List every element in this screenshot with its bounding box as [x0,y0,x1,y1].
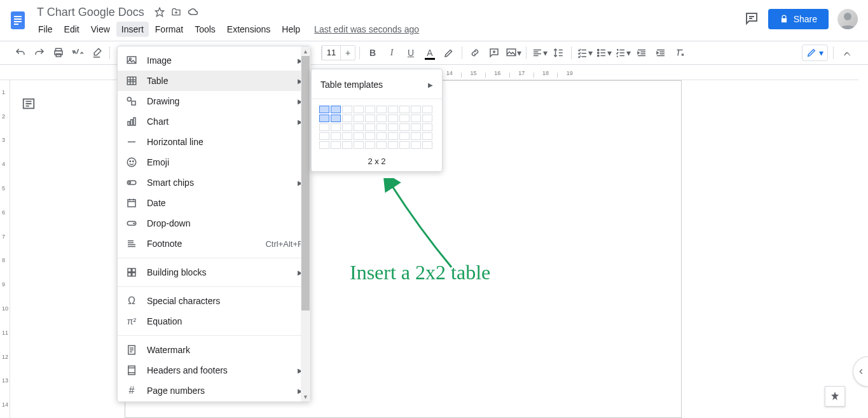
italic-button[interactable]: I [383,44,401,62]
vertical-ruler[interactable]: 1234567891011121314 [0,80,10,418]
grid-cell[interactable] [411,106,421,113]
grid-cell[interactable] [376,106,387,113]
grid-cell[interactable] [411,123,421,131]
dropdown-scrollbar[interactable]: ▲ ▼ [301,46,310,401]
align-button[interactable]: ▾ [530,44,548,62]
insert-item-smart-chips[interactable]: Smart chips▶ [118,172,310,193]
menu-insert[interactable]: Insert [116,22,149,37]
grid-cell[interactable] [342,132,352,140]
insert-item-image[interactable]: Image▶ [118,50,310,71]
grid-cell[interactable] [411,115,421,122]
insert-item-page-numbers[interactable]: #Page numbers▶ [118,380,310,401]
docs-app-icon[interactable] [6,5,29,36]
grid-cell[interactable] [388,115,398,122]
grid-cell[interactable] [342,115,352,122]
grid-cell[interactable] [376,115,387,122]
insert-item-date[interactable]: Date [118,193,310,213]
spellcheck-button[interactable] [69,44,86,62]
insert-image-button[interactable]: ▾ [504,44,522,62]
line-spacing-button[interactable] [549,44,567,62]
move-icon[interactable] [171,6,181,18]
insert-item-horizontal-line[interactable]: Horizontal line [118,132,310,152]
insert-item-headers-and-footers[interactable]: Headers and footers▶ [118,360,310,380]
insert-item-drawing[interactable]: Drawing▶ [118,91,310,111]
paint-format-button[interactable] [88,44,106,62]
grid-cell[interactable] [411,132,421,140]
explore-button[interactable] [825,386,845,407]
undo-button[interactable] [11,44,29,62]
grid-cell[interactable] [365,141,375,149]
grid-cell[interactable] [354,115,364,122]
outline-toggle-button[interactable] [22,97,36,113]
grid-cell[interactable] [319,115,329,122]
numbered-list-button[interactable]: ▾ [614,44,631,62]
grid-cell[interactable] [376,123,387,131]
grid-cell[interactable] [354,123,364,131]
grid-cell[interactable] [331,132,341,140]
editing-mode-button[interactable]: ▾ [802,45,828,61]
document-title[interactable]: T Chart Google Docs [33,4,148,20]
grid-cell[interactable] [365,123,375,131]
checklist-button[interactable]: ▾ [575,44,593,62]
insert-item-footnote[interactable]: FootnoteCtrl+Alt+F [118,233,310,254]
last-edit-link[interactable]: Last edit was seconds ago [314,22,419,37]
insert-item-emoji[interactable]: Emoji [118,152,310,172]
grid-cell[interactable] [422,132,432,140]
grid-cell[interactable] [365,115,375,122]
bulleted-list-button[interactable]: ▾ [595,44,612,62]
insert-item-building-blocks[interactable]: Building blocks▶ [118,262,310,282]
grid-cell[interactable] [342,123,352,131]
grid-cell[interactable] [365,132,375,140]
grid-cell[interactable] [354,132,364,140]
grid-cell[interactable] [388,123,398,131]
grid-cell[interactable] [399,115,410,122]
grid-cell[interactable] [319,106,329,113]
insert-item-chart[interactable]: Chart▶ [118,111,310,132]
grid-cell[interactable] [331,115,341,122]
text-color-button[interactable]: A [421,44,439,62]
grid-cell[interactable] [331,106,341,113]
decrease-indent-button[interactable] [633,44,651,62]
grid-cell[interactable] [376,141,387,149]
font-size-increase[interactable]: + [341,46,355,60]
grid-cell[interactable] [399,106,410,113]
grid-cell[interactable] [411,141,421,149]
cloud-status-icon[interactable] [188,6,199,18]
comment-history-icon[interactable] [744,11,759,28]
font-size-value[interactable]: 11 [322,46,341,60]
insert-item-table[interactable]: Table▶ [118,71,310,91]
grid-cell[interactable] [331,123,341,131]
redo-button[interactable] [31,44,48,62]
underline-button[interactable]: U [402,44,420,62]
grid-cell[interactable] [388,141,398,149]
menu-format[interactable]: Format [150,22,188,37]
grid-cell[interactable] [422,106,432,113]
grid-cell[interactable] [354,106,364,113]
add-comment-button[interactable] [485,44,503,62]
grid-cell[interactable] [388,132,398,140]
insert-item-equation[interactable]: π²Equation [118,311,310,331]
menu-help[interactable]: Help [277,22,305,37]
collapse-toolbar-button[interactable]: ᨈ [839,44,857,62]
increase-indent-button[interactable] [652,44,670,62]
table-grid-picker[interactable] [312,102,442,154]
menu-file[interactable]: File [33,22,58,37]
menu-extensions[interactable]: Extensions [222,22,275,37]
grid-cell[interactable] [319,141,329,149]
clear-formatting-button[interactable] [671,44,689,62]
table-templates-item[interactable]: Table templates ▶ [312,73,442,96]
insert-item-watermark[interactable]: Watermark [118,340,310,360]
share-button[interactable]: Share [768,9,829,29]
star-icon[interactable] [155,6,165,18]
grid-cell[interactable] [422,123,432,131]
side-panel-toggle[interactable] [853,356,868,387]
menu-tools[interactable]: Tools [189,22,221,37]
grid-cell[interactable] [388,106,398,113]
grid-cell[interactable] [422,115,432,122]
grid-cell[interactable] [319,123,329,131]
grid-cell[interactable] [376,132,387,140]
grid-cell[interactable] [399,132,410,140]
grid-cell[interactable] [365,106,375,113]
insert-item-drop-down[interactable]: Drop-down [118,213,310,233]
grid-cell[interactable] [331,141,341,149]
